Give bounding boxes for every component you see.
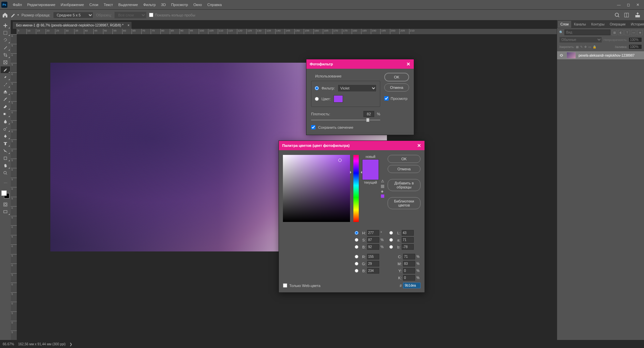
screenmode-icon[interactable] <box>1 209 10 215</box>
pen-tool[interactable] <box>1 133 10 139</box>
menu-3d[interactable]: 3D <box>158 1 168 8</box>
status-arrow-icon[interactable]: ❯ <box>69 342 72 346</box>
zoom-tool[interactable] <box>1 170 10 176</box>
lock-move-icon[interactable]: ✥ <box>584 45 587 49</box>
color-field[interactable] <box>283 155 350 222</box>
path-tool[interactable] <box>1 148 10 154</box>
m-input[interactable] <box>403 261 415 267</box>
h-input[interactable] <box>367 230 379 236</box>
web-only-checkbox[interactable]: Только Web-цвета <box>283 283 320 288</box>
dialog-header[interactable]: Палитра цветов (цвет фотофильтра) ✕ <box>279 141 425 150</box>
tab-history[interactable]: История <box>628 21 644 28</box>
current-color-swatch[interactable] <box>362 170 379 180</box>
c-input[interactable] <box>403 254 415 259</box>
gamut-swatch[interactable] <box>381 185 384 188</box>
b2-radio[interactable] <box>355 269 358 273</box>
b3-radio[interactable] <box>389 245 393 249</box>
sample-size-select[interactable]: Среднее 5 x 5 <box>53 12 93 18</box>
frame-tool[interactable] <box>1 59 10 66</box>
show-ring-checkbox[interactable]: Показать кольцо пробы <box>149 13 195 17</box>
filter-shape-icon[interactable]: ▭ <box>631 30 636 35</box>
tool-preset[interactable]: ▾ <box>11 12 19 18</box>
a-input[interactable] <box>402 237 414 243</box>
lock-artboard-icon[interactable]: ▭ <box>588 45 591 49</box>
doc-dimensions[interactable]: 162,56 мм x 91,44 мм (300 ppi) <box>18 342 65 346</box>
lock-pixels-icon[interactable]: ▦ <box>576 45 579 49</box>
menu-image[interactable]: Изображение <box>58 1 87 8</box>
menu-edit[interactable]: Редактирование <box>24 1 58 8</box>
layer-item[interactable]: pexels-aleksandr-neplokhov-1238987 <box>557 51 644 59</box>
opacity-input[interactable] <box>629 37 642 42</box>
l-radio[interactable] <box>389 231 393 235</box>
tab-channels[interactable]: Каналы <box>571 21 589 28</box>
filter-radio[interactable] <box>315 86 319 90</box>
eyedropper-tool[interactable] <box>1 66 10 73</box>
l-input[interactable] <box>402 230 414 236</box>
menu-view[interactable]: Просмотр <box>168 1 191 8</box>
preview-checkbox[interactable] <box>384 96 389 101</box>
show-ring-check[interactable] <box>149 13 153 17</box>
quickmask-icon[interactable] <box>1 201 10 208</box>
blur-tool[interactable] <box>1 118 10 125</box>
websafe-swatch[interactable] <box>381 194 384 198</box>
tab-actions[interactable]: Операции <box>607 21 628 28</box>
edit-toolbar-icon[interactable]: ⋯ <box>1 180 10 186</box>
healing-tool[interactable] <box>1 74 10 80</box>
ok-button[interactable]: OK <box>388 155 420 163</box>
ok-button[interactable]: OK <box>384 73 409 81</box>
menu-window[interactable]: Окно <box>191 1 205 8</box>
tab-paths[interactable]: Контуры <box>589 21 607 28</box>
cancel-button[interactable]: Отмена <box>384 83 409 92</box>
fill-input[interactable] <box>629 44 642 49</box>
arrange-icon[interactable] <box>624 12 629 18</box>
menu-layers[interactable]: Слои <box>87 1 101 8</box>
color-libraries-button[interactable]: Библиотеки цветов <box>388 197 420 209</box>
brush-tool[interactable] <box>1 81 10 88</box>
gamut-warning-icon[interactable]: ⚠ <box>381 179 384 183</box>
sample-select[interactable]: Все слои <box>114 12 146 18</box>
blend-mode-select[interactable]: Обычные <box>559 37 602 43</box>
menu-help[interactable]: Справка <box>205 1 225 8</box>
lock-brush-icon[interactable]: ✎ <box>580 45 583 49</box>
tab-layers[interactable]: Слои <box>558 21 571 28</box>
close-icon[interactable]: ✕ <box>635 2 640 7</box>
visibility-icon[interactable] <box>559 53 564 58</box>
gradient-tool[interactable] <box>1 111 10 117</box>
a-radio[interactable] <box>389 238 393 242</box>
filter-adjust-icon[interactable]: ◐ <box>618 30 624 35</box>
slider-thumb[interactable] <box>366 118 369 122</box>
lasso-tool[interactable] <box>1 37 10 44</box>
history-brush-tool[interactable] <box>1 96 10 103</box>
shape-tool[interactable] <box>1 155 10 162</box>
lock-all-icon[interactable]: 🔒 <box>593 45 596 49</box>
websafe-warning-icon[interactable]: ◈ <box>381 189 384 193</box>
filter-pixel-icon[interactable]: ▦ <box>612 30 617 35</box>
search-icon[interactable] <box>614 12 620 18</box>
density-slider[interactable] <box>311 120 380 120</box>
y-input[interactable] <box>403 268 415 274</box>
zoom-level[interactable]: 66.67% <box>3 342 14 346</box>
k-input[interactable] <box>403 275 415 281</box>
close-icon[interactable]: ✕ <box>417 143 421 148</box>
color-radio[interactable] <box>315 97 319 101</box>
stamp-tool[interactable] <box>1 89 10 95</box>
menu-file[interactable]: Файл <box>10 1 24 8</box>
h-radio[interactable] <box>355 231 358 235</box>
document-tab[interactable]: Без имени-1 @ 66,7% (pexels-aleksandr-ne… <box>13 22 132 29</box>
b2-input[interactable] <box>367 268 379 274</box>
filter-smart-icon[interactable]: ◈ <box>637 30 643 35</box>
maximize-icon[interactable]: ◻ <box>626 2 631 7</box>
type-tool[interactable] <box>1 140 10 147</box>
dialog-header[interactable]: Фотофильтр ✕ <box>306 59 414 69</box>
hex-input[interactable] <box>403 283 420 288</box>
layer-search-input[interactable] <box>564 30 610 35</box>
hue-slider[interactable] <box>353 155 359 222</box>
close-icon[interactable]: ✕ <box>406 61 410 67</box>
filter-select[interactable]: Violet <box>338 84 377 92</box>
hand-tool[interactable] <box>1 162 10 169</box>
color-swatch[interactable] <box>334 95 343 103</box>
b-radio[interactable] <box>355 245 358 249</box>
g-radio[interactable] <box>355 262 358 266</box>
menu-text[interactable]: Текст <box>101 1 116 8</box>
eraser-tool[interactable] <box>1 103 10 110</box>
